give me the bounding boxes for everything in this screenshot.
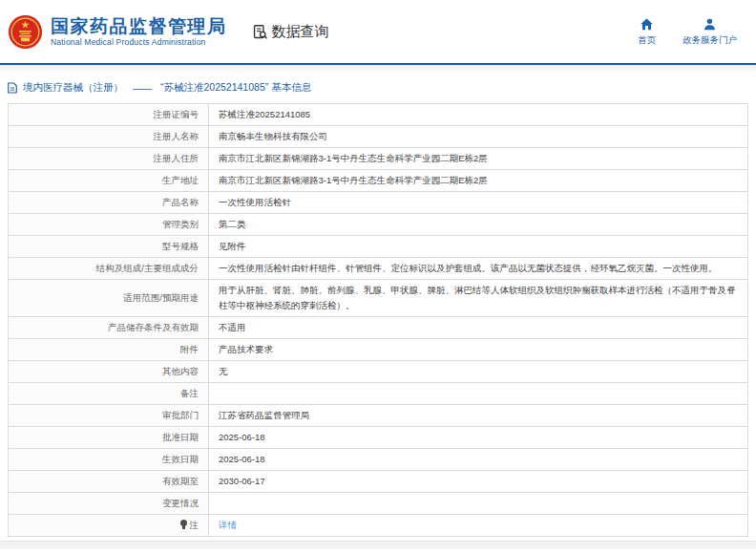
table-row: 型号规格见附件 <box>9 236 748 258</box>
row-value: 南京市江北新区新锦湖路3-1号中丹生态生命科学产业园二期E栋2层 <box>209 148 748 170</box>
breadcrumb-dash: —— <box>133 82 151 94</box>
table-row: 产品名称一次性使用活检针 <box>9 192 748 214</box>
row-value: 一次性使用活检针由针杆组件、针管组件、定位标识以及护套组成。该产品以无菌状态提供… <box>209 258 748 280</box>
agency-title-block: 国家药品监督管理局 National Medical Products Admi… <box>51 15 227 48</box>
row-value: 苏械注准20252141085 <box>209 104 748 126</box>
row-value: 不适用 <box>209 317 748 339</box>
table-row: 审批部门江苏省药品监督管理局 <box>9 405 748 427</box>
info-table-body: 注册证编号苏械注准20252141085注册人名称南京畅丰生物科技有限公司注册人… <box>9 104 748 537</box>
nav-home-label: 首页 <box>638 34 656 47</box>
row-value <box>209 383 748 405</box>
row-label: 注 <box>9 515 209 537</box>
data-query-button[interactable]: 数据查询 <box>252 23 329 41</box>
table-row: 注册证编号苏械注准20252141085 <box>9 104 748 126</box>
table-row: 附件产品技术要求 <box>9 339 748 361</box>
header-nav: 首页 政务服务门户 <box>638 17 737 47</box>
detail-link[interactable]: 详情 <box>219 520 237 530</box>
table-row: 批准日期2025-06-18 <box>9 427 748 449</box>
row-label: 管理类别 <box>9 214 209 236</box>
table-row: 适用范围/预期用途用于从肝脏、肾脏、肺脏、前列腺、乳腺、甲状腺、脾脏、淋巴结等人… <box>9 280 748 317</box>
table-row: 注详情 <box>9 515 748 537</box>
row-label: 型号规格 <box>9 236 209 258</box>
home-icon <box>640 17 654 32</box>
page-header: 国家药品监督管理局 National Medical Products Admi… <box>0 0 756 65</box>
row-value: 无 <box>209 361 748 383</box>
registration-info-table: 注册证编号苏械注准20252141085注册人名称南京畅丰生物科技有限公司注册人… <box>8 103 748 537</box>
footer-band <box>0 541 756 549</box>
row-value: 详情 <box>209 515 748 537</box>
row-label: 审批部门 <box>9 405 209 427</box>
table-row: 管理类别第二类 <box>9 214 748 236</box>
row-value: 2030-06-17 <box>209 471 748 493</box>
table-row: 有效期至2030-06-17 <box>9 471 748 493</box>
table-row: 生效日期2025-06-18 <box>9 449 748 471</box>
nav-item-portal[interactable]: 政务服务门户 <box>682 17 737 47</box>
row-label: 注册人名称 <box>9 126 209 148</box>
agency-name: 国家药品监督管理局 <box>51 15 227 37</box>
row-label: 批准日期 <box>9 427 209 449</box>
row-label: 附件 <box>9 339 209 361</box>
table-row: 生产地址南京市江北新区新锦湖路3-1号中丹生态生命科学产业园二期E栋2层 <box>9 170 748 192</box>
table-row: 结构及组成/主要组成成分一次性使用活检针由针杆组件、针管组件、定位标识以及护套组… <box>9 258 748 280</box>
data-query-label: 数据查询 <box>272 23 329 41</box>
breadcrumb: 境内医疗器械（注册） —— “苏械注准20252141085” 基本信息 <box>0 74 756 103</box>
row-value: 南京市江北新区新锦湖路3-1号中丹生态生命科学产业园二期E栋2层 <box>209 170 748 192</box>
row-label: 有效期至 <box>9 471 209 493</box>
row-label: 备注 <box>9 383 209 405</box>
row-value: 第二类 <box>209 214 748 236</box>
table-row: 备注 <box>9 383 748 405</box>
row-value: 一次性使用活检针 <box>209 192 748 214</box>
row-label: 其他内容 <box>9 361 209 383</box>
table-row: 注册人住所南京市江北新区新锦湖路3-1号中丹生态生命科学产业园二期E栋2层 <box>9 148 748 170</box>
row-label: 注册人住所 <box>9 148 209 170</box>
row-value: 2025-06-18 <box>209 427 748 449</box>
table-row: 其他内容无 <box>9 361 748 383</box>
header-shadow-band <box>0 65 756 74</box>
breadcrumb-section: 境内医疗器械（注册） <box>23 81 123 95</box>
table-row: 产品储存条件及有效期不适用 <box>9 317 748 339</box>
table-row: 变更情况 <box>9 493 748 515</box>
row-label: 结构及组成/主要组成成分 <box>9 258 209 280</box>
row-label: 产品储存条件及有效期 <box>9 317 209 339</box>
national-emblem-icon <box>8 14 43 50</box>
document-icon <box>8 82 17 94</box>
user-icon <box>703 17 717 32</box>
row-label: 适用范围/预期用途 <box>9 280 209 317</box>
row-label: 生产地址 <box>9 170 209 192</box>
table-row: 注册人名称南京畅丰生物科技有限公司 <box>9 126 748 148</box>
nav-portal-label: 政务服务门户 <box>682 34 737 47</box>
doc-search-icon <box>252 24 268 40</box>
nav-item-home[interactable]: 首页 <box>638 17 656 47</box>
breadcrumb-detail: “苏械注准20252141085” 基本信息 <box>160 81 311 95</box>
row-value: 南京畅丰生物科技有限公司 <box>209 126 748 148</box>
agency-name-en: National Medical Products Administration <box>51 37 227 48</box>
row-label: 变更情况 <box>9 493 209 515</box>
row-label: 生效日期 <box>9 449 209 471</box>
row-value: 见附件 <box>209 236 748 258</box>
note-pin-icon <box>180 520 187 529</box>
row-value: 2025-06-18 <box>209 449 748 471</box>
row-value <box>209 493 748 515</box>
row-value: 产品技术要求 <box>209 339 748 361</box>
row-label: 注册证编号 <box>9 104 209 126</box>
row-value: 用于从肝脏、肾脏、肺脏、前列腺、乳腺、甲状腺、脾脏、淋巴结等人体软组织及软组织肿… <box>209 280 748 317</box>
row-label: 产品名称 <box>9 192 209 214</box>
row-value: 江苏省药品监督管理局 <box>209 405 748 427</box>
